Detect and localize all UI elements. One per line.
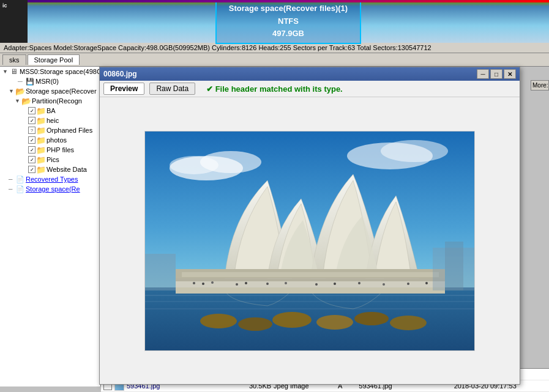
expand-recovered: ─ [9,176,15,182]
folder-heic-icon: 📁 [37,116,45,125]
svg-point-24 [358,282,360,284]
tree-label-msr: MSR(0) [35,78,59,85]
svg-point-25 [383,283,385,286]
info-bar-text: Adapter:Spaces Model:StorageSpace Capaci… [4,44,431,51]
expand-storage2: ─ [9,186,15,192]
maximize-button[interactable]: □ [490,69,502,79]
tree-item-orphaned[interactable]: ? 📁 Orphaned Files [0,125,100,135]
tree-label-mss0: MSS0:Storage space(498G [20,68,101,75]
tree-item-partition[interactable]: ▼ 📂 Partition(Recogn [0,96,100,106]
tree-item-photos[interactable]: ✓ 📁 photos [0,135,100,145]
tree-label-ba: BA [47,107,56,114]
tree-label-partition: Partition(Recogn [32,97,82,105]
svg-point-5 [381,140,448,162]
tree-item-msr[interactable]: ─ 💾 MSR(0) [0,76,100,86]
modal-window: 00860.jpg ─ □ ✕ Preview Raw Data ✔ File … [99,67,520,385]
tree-item-php[interactable]: ✓ 📁 PHP files [0,145,100,155]
tree-item-storage-recover[interactable]: ▼ 📂 Storage space(Recover [0,86,100,96]
minimize-button[interactable]: ─ [477,69,489,79]
tree-item-heic[interactable]: ✓ 📁 heic [0,116,100,125]
svg-rect-13 [182,272,439,277]
svg-point-19 [245,282,247,284]
tree-item-website[interactable]: ✓ 📁 Website Data [0,165,100,174]
tree-label-website: Website Data [47,166,87,173]
tree-label-recovered[interactable]: Recovered Types [26,176,78,183]
checkbox-photos[interactable]: ✓ [28,136,35,144]
modal-toolbar: Preview Raw Data ✔ File header matched w… [100,81,520,97]
svg-point-22 [315,283,318,286]
banner-title2: NTFS [229,15,348,28]
svg-point-29 [238,317,272,331]
svg-point-23 [334,283,336,285]
svg-point-16 [202,283,204,285]
svg-point-3 [170,156,218,174]
checkbox-pics[interactable]: ✓ [28,156,35,163]
partition-folder-icon: 📂 [22,97,31,105]
expand-mss0[interactable]: ▼ [2,68,9,75]
svg-point-27 [425,282,428,284]
top-banner-side: ic [0,0,28,43]
svg-point-31 [316,315,353,330]
tree-item-storage2[interactable]: ─ 📄 Storage space(Re [0,184,100,194]
top-banner: ic Storage space(Recover files)(1) NTFS … [0,0,549,43]
svg-rect-11 [176,278,445,281]
tab-storage-pool[interactable]: Storage Pool [28,54,80,65]
checkbox-orphaned[interactable]: ? [28,127,35,134]
storage2-icon: 📄 [16,185,24,193]
svg-point-26 [407,283,409,285]
folder-open-icon: 📂 [16,87,24,95]
svg-rect-14 [176,281,445,287]
checkbox-php[interactable]: ✓ [28,146,35,153]
modal-title: 00860.jpg [103,70,137,78]
checkbox-heic[interactable]: ✓ [28,117,35,124]
modal-titlebar: 00860.jpg ─ □ ✕ [100,67,520,81]
tree-label-heic: heic [47,117,59,124]
header-match-text: ✔ File header matched with its type. [206,84,343,94]
hdd-icon: 💾 [26,77,34,86]
svg-point-17 [211,281,214,284]
more-button[interactable]: More: [531,80,549,91]
folder-php-icon: 📁 [37,146,45,154]
sidebar-tree: ▼ 🖥 MSS0:Storage space(498G ─ 💾 MSR(0) ▼… [0,67,101,386]
side-label: ic [2,2,7,10]
folder-website-icon: 📁 [37,165,45,174]
folder-photos-icon: 📁 [37,136,45,144]
svg-point-20 [266,283,269,285]
modal-preview-content [100,97,520,384]
svg-point-30 [272,312,312,328]
checkbox-website[interactable]: ✓ [28,166,35,173]
svg-point-28 [200,314,237,328]
dash-icon: ─ [16,77,24,86]
banner-box: Storage space(Recover files)(1) NTFS 497… [215,0,361,44]
toolbar: sks Storage Pool [0,53,549,67]
tab-preview[interactable]: Preview [103,83,144,95]
expand-partition[interactable]: ▼ [15,98,21,104]
tree-item-mss0[interactable]: ▼ 🖥 MSS0:Storage space(498G [0,67,100,76]
preview-image [144,131,475,351]
tree-label-pics: Pics [47,156,59,163]
svg-point-32 [354,312,389,325]
banner-title3: 497.9GB [229,28,348,40]
tree-item-ba[interactable]: ✓ 📁 BA [0,106,100,116]
folder-ba-icon: 📁 [37,106,45,115]
svg-point-18 [236,283,238,286]
tree-label-storage2[interactable]: Storage space(Re [26,185,80,193]
close-button[interactable]: ✕ [504,69,516,79]
tab-raw-data[interactable]: Raw Data [149,83,195,95]
banner-title1: Storage space(Recover files)(1) [229,2,348,15]
tree-label-storage: Storage space(Recover [26,87,97,95]
tree-label-orphaned: Orphaned Files [47,127,92,134]
tree-item-recovered[interactable]: ─ 📄 Recovered Types [0,174,100,184]
expand-storage[interactable]: ▼ [9,88,15,94]
folder-question-icon: 📁 [37,126,45,135]
top-banner-bar [28,0,549,2]
tab-tasks[interactable]: sks [2,54,26,65]
main-area: ▼ 🖥 MSS0:Storage space(498G ─ 💾 MSR(0) ▼… [0,67,549,386]
modal-controls: ─ □ ✕ [477,69,516,79]
checkbox-ba[interactable]: ✓ [28,107,35,114]
svg-point-33 [390,316,427,330]
tree-item-pics[interactable]: ✓ 📁 Pics [0,155,100,165]
svg-point-15 [193,282,195,284]
opera-house-svg [145,131,475,351]
svg-rect-36 [445,242,463,290]
